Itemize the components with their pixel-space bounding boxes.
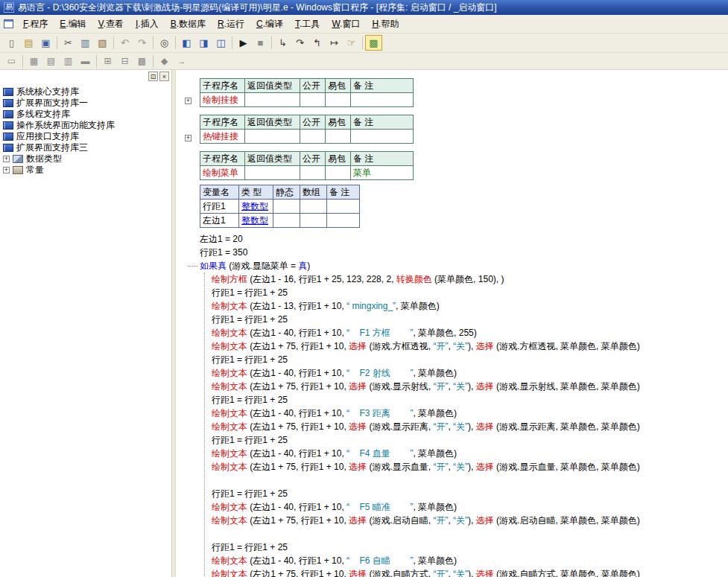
table-cell[interactable]: 绘制挂接: [200, 93, 245, 107]
tree-item-4[interactable]: 应用接口支持库: [3, 131, 171, 142]
code-line[interactable]: 绘制文本 (左边1 - 40, 行距1 + 10, “ F6 自瞄 ”, 菜单颜…: [212, 554, 728, 567]
view-split-button[interactable]: ◫: [212, 35, 230, 51]
tree-expand-icon[interactable]: +: [3, 156, 10, 162]
table-cell[interactable]: [300, 214, 327, 228]
table-cell[interactable]: [327, 214, 360, 228]
table-cell[interactable]: [351, 93, 414, 107]
merge-cells-button[interactable]: ⊞: [99, 54, 116, 69]
cut-button[interactable]: ✂: [60, 35, 77, 51]
menu-item-7[interactable]: T.工具: [289, 15, 326, 34]
table-cell[interactable]: [300, 200, 327, 214]
code-line[interactable]: 绘制文本 (左边1 - 40, 行距1 + 10, “ F2 射线 ”, 菜单颜…: [212, 366, 728, 380]
menu-item-0[interactable]: F.程序: [17, 15, 54, 34]
code-line[interactable]: 行距1 = 行距1 + 25: [212, 541, 728, 554]
menu-item-5[interactable]: R.运行: [212, 15, 250, 34]
table-cell[interactable]: [326, 93, 351, 107]
table-cell[interactable]: [300, 166, 326, 180]
code-line[interactable]: 绘制文本 (左边1 - 40, 行距1 + 10, “ F4 血量 ”, 菜单颜…: [212, 447, 728, 460]
table-cell[interactable]: [273, 200, 300, 214]
tree-item-5[interactable]: 扩展界面支持库三: [3, 142, 171, 153]
save-button[interactable]: ▣: [37, 35, 54, 51]
attach-button[interactable]: ☞: [343, 35, 360, 51]
code-line[interactable]: 绘制文本 (左边1 + 75, 行距1 + 10, 选择 (游戏.方框透视, “…: [212, 339, 728, 353]
tree-expand-icon[interactable]: +: [3, 167, 10, 173]
menu-item-3[interactable]: I.插入: [130, 15, 165, 34]
find-button[interactable]: ◎: [156, 35, 173, 51]
document-icon[interactable]: [4, 19, 13, 28]
code-line[interactable]: 绘制文本 (左边1 + 75, 行距1 + 10, 选择 (游戏.显示血量, “…: [212, 460, 728, 474]
code-line[interactable]: 行距1 = 行距1 + 25: [212, 286, 728, 299]
code-editor[interactable]: 子程序名返回值类型公开易包备 注绘制挂接子程序名返回值类型公开易包备 注热键挂接…: [176, 70, 728, 577]
code-line[interactable]: [212, 474, 728, 487]
tree-item-1[interactable]: 扩展界面支持库一: [3, 98, 171, 109]
static-compile-button[interactable]: ▩: [365, 35, 382, 51]
title-bar[interactable]: 易 易语言 - D:\360安全浏览器下载\刺激战场-明星源码(编译可用)\明星…: [0, 0, 728, 15]
table-cell[interactable]: [300, 130, 326, 144]
view-form-button[interactable]: ◧: [178, 35, 195, 51]
code-line[interactable]: 绘制文本 (左边1 - 13, 行距1 + 10, “ mingxing_”, …: [212, 299, 728, 313]
tree-item-6[interactable]: +数据类型: [3, 153, 171, 165]
table-cell[interactable]: [326, 166, 351, 180]
table-cell[interactable]: [351, 130, 414, 144]
code-line[interactable]: 左边1 = 20: [176, 232, 728, 246]
table-borders-button[interactable]: ▩: [133, 54, 151, 69]
code-line[interactable]: 绘制文本 (左边1 - 40, 行距1 + 10, “ F5 瞄准 ”, 菜单颜…: [212, 500, 728, 514]
bookmark-button[interactable]: ◆: [156, 54, 173, 69]
run-button[interactable]: ▶: [235, 35, 252, 51]
undo-button[interactable]: ↶: [116, 35, 133, 51]
table-cell[interactable]: [245, 130, 300, 144]
step-over-button[interactable]: ↷: [291, 35, 308, 51]
tree-item-7[interactable]: +常量: [3, 165, 171, 176]
menu-item-9[interactable]: H.帮助: [366, 15, 405, 34]
stop-button[interactable]: ■: [252, 35, 269, 51]
code-line[interactable]: 行距1 = 行距1 + 25: [212, 313, 728, 326]
code-line[interactable]: 行距1 = 行距1 + 25: [212, 393, 728, 407]
delete-rows-button[interactable]: ▬: [77, 54, 94, 69]
close-panel-button[interactable]: ×: [159, 71, 169, 81]
code-line[interactable]: 绘制文本 (左边1 + 75, 行距1 + 10, 选择 (游戏.显示距离, “…: [212, 420, 728, 433]
insert-table-button[interactable]: ▦: [25, 54, 42, 69]
table-cell[interactable]: 菜单: [351, 166, 414, 180]
table-cell[interactable]: [327, 200, 360, 214]
copy-button[interactable]: ▥: [77, 35, 94, 51]
step-out-button[interactable]: ↰: [308, 35, 326, 51]
code-line[interactable]: 行距1 = 行距1 + 25: [212, 433, 728, 447]
menu-item-2[interactable]: V.查看: [92, 15, 130, 34]
code-line[interactable]: 如果真 (游戏.显隐菜单 = 真): [176, 259, 728, 272]
table-cell[interactable]: 整数型: [239, 200, 273, 214]
open-file-button[interactable]: ▤: [20, 35, 37, 51]
table-cell[interactable]: [245, 166, 300, 180]
new-window-button[interactable]: ▭: [3, 54, 20, 69]
step-into-button[interactable]: ↳: [274, 35, 291, 51]
code-line[interactable]: 行距1 = 行距1 + 25: [212, 353, 728, 366]
menu-item-4[interactable]: B.数据库: [165, 15, 212, 34]
table-cell[interactable]: [300, 93, 326, 107]
table-cell[interactable]: 行距1: [200, 200, 239, 214]
table-cell[interactable]: 绘制菜单: [200, 166, 245, 180]
collapsed-sub-expander-icon[interactable]: +: [185, 135, 192, 141]
table-cell[interactable]: [273, 214, 300, 228]
table-cell[interactable]: 整数型: [239, 214, 273, 228]
collapsed-sub-expander-icon[interactable]: +: [185, 98, 192, 104]
view-code-button[interactable]: ◨: [195, 35, 212, 51]
table-cell[interactable]: [326, 130, 351, 144]
code-line[interactable]: 行距1 = 行距1 + 25: [212, 487, 728, 500]
code-line[interactable]: 绘制文本 (左边1 - 40, 行距1 + 10, “ F3 距离 ”, 菜单颜…: [212, 407, 728, 420]
insert-col-button[interactable]: ▥: [60, 54, 77, 69]
tree-item-2[interactable]: 多线程支持库: [3, 109, 171, 120]
code-line[interactable]: 绘制文本 (左边1 + 75, 行距1 + 10, 选择 (游戏.显示射线, “…: [212, 380, 728, 393]
table-cell[interactable]: 左边1: [200, 214, 239, 228]
split-cells-button[interactable]: ⊟: [116, 54, 133, 69]
code-line[interactable]: 绘制文本 (左边1 + 75, 行距1 + 10, 选择 (游戏.启动自瞄, “…: [212, 514, 728, 527]
table-cell[interactable]: 热键挂接: [200, 130, 245, 144]
code-line[interactable]: [212, 527, 728, 541]
goto-line-button[interactable]: →: [173, 54, 190, 69]
run-to-cursor-button[interactable]: ↦: [326, 35, 343, 51]
menu-item-6[interactable]: C.编译: [250, 15, 289, 34]
tree-item-0[interactable]: 系统核心支持库: [3, 86, 171, 98]
code-line[interactable]: 绘制方框 (左边1 - 16, 行距1 + 25, 123, 228, 2, 转…: [212, 272, 728, 286]
menu-item-8[interactable]: W.窗口: [326, 15, 366, 34]
paste-button[interactable]: ▧: [94, 35, 111, 51]
tree-item-3[interactable]: 操作系统界面功能支持库: [3, 120, 171, 131]
insert-row-button[interactable]: ▤: [42, 54, 60, 69]
